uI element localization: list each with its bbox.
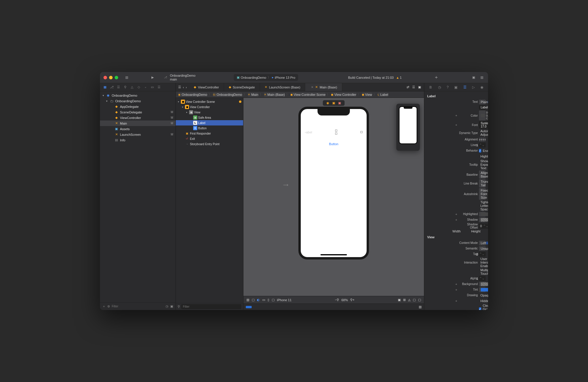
jumpbar-segment[interactable]: ◼ View Controller Scene xyxy=(290,93,326,97)
outline-entry-point[interactable]: →Storyboard Entry Point xyxy=(176,141,243,147)
add-tab-button[interactable]: ＋ xyxy=(434,74,439,81)
uie-checkbox[interactable]: User Interaction Enabled xyxy=(479,257,486,268)
source-control-navigator-icon[interactable]: ⎇ xyxy=(110,85,114,89)
tab-main-base-[interactable]: ✕✕Main (Base) xyxy=(305,83,342,91)
recent-filter-button[interactable]: ◷ xyxy=(166,304,168,308)
project-navigator-icon[interactable]: ▦ xyxy=(103,85,107,89)
pin-button[interactable]: ⊞ xyxy=(403,298,406,302)
run-button[interactable]: ▶ xyxy=(150,75,155,80)
jumpbar-segment[interactable]: ✕ Main xyxy=(248,93,258,97)
issue-navigator-icon[interactable]: △ xyxy=(130,85,134,89)
debug-navigator-icon[interactable]: ▫ xyxy=(143,85,148,89)
forward-button[interactable]: › xyxy=(186,86,187,89)
exit-icon[interactable]: ▣ xyxy=(338,101,341,105)
outline-exit[interactable]: ⏎Exit xyxy=(176,136,243,141)
file-launchscreen[interactable]: ✕LaunchScreenM xyxy=(100,132,176,137)
device-label[interactable]: iPhone 11 xyxy=(277,298,292,302)
canvas-label[interactable]: ▫abel xyxy=(305,130,312,134)
add-file-button[interactable]: ＋ xyxy=(102,304,106,309)
close-tab-icon[interactable]: ✕ xyxy=(311,86,313,89)
device-type-button[interactable]: ▯ xyxy=(268,298,269,302)
attributes-inspector-icon[interactable]: ☰ xyxy=(463,85,467,89)
adjust-editor-button[interactable]: ☰ xyxy=(412,85,415,89)
canvas-button[interactable]: Button xyxy=(305,142,363,146)
zoom-in-button[interactable]: ⚲+ xyxy=(350,298,354,302)
layout-button[interactable]: ▢ xyxy=(418,298,421,302)
multitouch-checkbox[interactable]: Multiple Touch xyxy=(479,268,486,275)
content-mode-select[interactable]: Left⌄ xyxy=(479,241,486,245)
outline-view[interactable]: ▾◼View xyxy=(176,110,243,115)
file-assets[interactable]: ▣Assets xyxy=(100,126,176,132)
test-navigator-icon[interactable]: ◇ xyxy=(137,85,141,89)
jumpbar-segment[interactable]: 🗀 OnboardingDemo xyxy=(213,93,242,97)
project-group[interactable]: ▾🗀OnboardingDemo xyxy=(100,98,176,104)
enabled-checkbox[interactable]: ✓Enabled xyxy=(479,149,486,153)
file-main[interactable]: ✕MainM xyxy=(100,120,176,126)
lines-stepper[interactable]: 1⌃⌄ xyxy=(479,143,486,148)
outline-filter-input[interactable] xyxy=(181,304,241,309)
size-inspector-icon[interactable]: ▷ xyxy=(472,85,475,89)
hidden-checkbox[interactable]: Hidden xyxy=(479,299,486,303)
jump-bar[interactable]: ◉ OnboardingDemo〉🗀 OnboardingDemo〉✕ Main… xyxy=(176,91,424,98)
tab-scenedelegate[interactable]: ◆SceneDelegate xyxy=(224,83,260,91)
autoshrink-select[interactable]: Fixed Font Size⌄ xyxy=(479,188,486,200)
add-background-button[interactable]: + xyxy=(455,282,458,286)
embed-button[interactable]: ▢ xyxy=(413,298,416,302)
connections-inspector-icon[interactable]: ◉ xyxy=(480,85,483,89)
resolve-button[interactable]: ◬ xyxy=(408,298,410,302)
jumpbar-segment[interactable]: ◼ View Controller xyxy=(331,93,356,97)
toggle-inspector-button[interactable]: ▥ xyxy=(479,75,485,80)
toggle-navigator-button[interactable]: ▥ xyxy=(124,75,129,80)
breakpoint-navigator-icon[interactable]: ▭ xyxy=(150,85,154,89)
highlighted-color-select[interactable]: Default⌄ xyxy=(479,212,486,217)
add-editor-button[interactable]: ▣ xyxy=(418,85,421,89)
file-inspector-icon[interactable]: 🗎 xyxy=(429,85,432,89)
library-button[interactable]: ▣ xyxy=(471,75,476,80)
report-navigator-icon[interactable]: ☰ xyxy=(157,85,161,89)
semantic-select[interactable]: Unspecified⌄ xyxy=(479,246,486,251)
debug-indicator[interactable] xyxy=(246,306,252,308)
add-tint-button[interactable]: + xyxy=(455,288,458,291)
toggle-outline-button[interactable]: ▥ xyxy=(246,298,249,302)
text-type-select[interactable]: Plain⌄ xyxy=(479,100,486,104)
outline-first-responder[interactable]: ▣First Responder xyxy=(176,131,243,136)
tab-launchscreen-base-[interactable]: ✕LaunchScreen (Base) xyxy=(260,83,305,91)
opaque-checkbox[interactable]: Opaque xyxy=(479,294,486,297)
back-button[interactable]: ‹ xyxy=(183,86,184,89)
jumpbar-segment[interactable]: ✕ Main (Base) xyxy=(264,93,285,97)
alpha-stepper[interactable]: 1⌃⌄ xyxy=(479,276,486,281)
tag-stepper[interactable]: 0⌃⌄ xyxy=(479,252,486,257)
clears-checkbox[interactable]: ✓Clears Graphics Context xyxy=(479,304,486,310)
baseline-select[interactable]: Align Baselines⌄ xyxy=(479,170,486,179)
jumpbar-segment[interactable]: ◉ OnboardingDemo xyxy=(178,93,207,97)
orientation-button[interactable]: ◐ xyxy=(257,298,260,302)
scheme-selector[interactable]: ▣ OnboardingDemo 〉 ▸ iPhone 13 Pro xyxy=(234,74,298,81)
help-inspector-icon[interactable]: ? xyxy=(447,85,449,89)
review-button[interactable]: ⇄ xyxy=(407,85,409,89)
font-input[interactable]: System 17.0 xyxy=(479,121,488,129)
minimap[interactable] xyxy=(396,104,420,151)
add-highlighted-button[interactable]: + xyxy=(455,212,458,216)
history-inspector-icon[interactable]: ◷ xyxy=(438,85,441,89)
history-menu-icon[interactable]: ☰ xyxy=(178,85,181,89)
close-window-button[interactable] xyxy=(103,76,107,79)
navigator-filter-input[interactable] xyxy=(112,305,164,308)
device-config-button[interactable]: ▢ xyxy=(252,298,255,302)
minimize-window-button[interactable] xyxy=(109,76,113,79)
accessibility-button[interactable]: ▢ xyxy=(272,298,275,302)
background-select[interactable]: Default⌄ xyxy=(479,282,486,286)
tint-select[interactable]: Default⌄ xyxy=(479,287,486,292)
color-select[interactable]: Default (Label Color)⌄ xyxy=(479,110,486,120)
file-viewcontroller[interactable]: ◆ViewControllerM xyxy=(100,115,176,120)
tooltip-checkbox[interactable]: Shows Expansion Text xyxy=(479,159,486,170)
vc-icon[interactable]: ◉ xyxy=(326,101,329,105)
add-drawing-button[interactable]: + xyxy=(455,299,458,303)
linebreak-select[interactable]: Truncate Tail⌄ xyxy=(479,179,486,187)
zoom-window-button[interactable] xyxy=(115,76,118,79)
first-responder-icon[interactable]: ▣ xyxy=(332,101,335,105)
find-navigator-icon[interactable]: ⚲ xyxy=(123,85,127,89)
outline-scene[interactable]: ▾◼View Controller Scene xyxy=(176,99,243,104)
shadow-color-select[interactable]: Default⌄ xyxy=(479,217,486,222)
alignment-segmented[interactable]: ≡≡≡≡— xyxy=(479,138,486,142)
tighten-checkbox[interactable]: Tighten Letter Spacing xyxy=(479,200,486,211)
